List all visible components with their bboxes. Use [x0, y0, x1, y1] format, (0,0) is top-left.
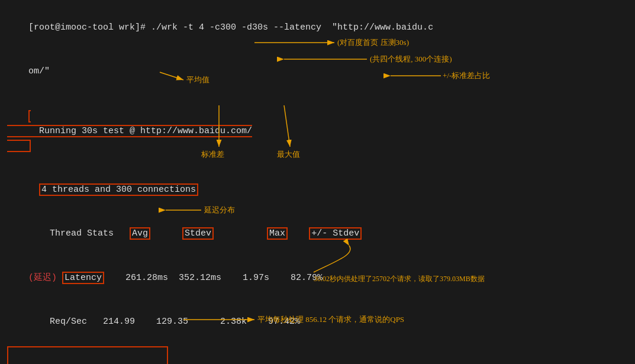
latency-label-box: Latency — [62, 272, 104, 284]
running-highlight: Running 30s test @ http://www.baidu.com/ — [7, 110, 252, 152]
cmd-text2: om/" — [28, 66, 50, 76]
stats-mid2 — [214, 228, 267, 239]
stdev-box: Stdev — [182, 227, 214, 240]
stats-prefix: Thread Stats — [28, 228, 130, 239]
running-text: Running 30s test @ http://www.baidu.com/ — [39, 126, 252, 136]
latency-delay-label: (延迟) — [28, 273, 62, 283]
stats-mid3 — [288, 228, 309, 239]
reqsec-text: Req/Sec 214.99 129.35 2.38k 97.42% — [28, 317, 300, 327]
latency-values: 261.28ms 352.12ms 1.97s 82.79% — [104, 273, 323, 283]
cmd-line2: om/" — [7, 50, 628, 94]
running-line: Running 30s test @ http://www.baidu.com/ — [7, 95, 628, 169]
max-box: Max — [267, 227, 288, 240]
latency-dist-block: Latency Distribution 50% 93.36ms 75% 310… — [7, 346, 168, 364]
latency-row: (延迟) Latency 261.28ms 352.12ms 1.97s 82.… — [7, 256, 628, 300]
threads-highlight: 4 threads and 300 connections — [39, 183, 198, 196]
cmd-line: [root@imooc-tool wrk]# ./wrk -t 4 -c300 … — [7, 6, 628, 50]
avg-box: Avg — [130, 227, 150, 240]
threads-text: 4 threads and 300 connections — [41, 185, 196, 195]
threads-line: 4 threads and 300 connections — [7, 168, 628, 212]
thread-stats-header: Thread Stats Avg Stdev Max +/- Stdev — [7, 212, 628, 256]
reqsec-row: Req/Sec 214.99 129.35 2.38k 97.42% — [7, 300, 628, 344]
stats-mid — [150, 228, 182, 239]
plusminus-box: +/- Stdev — [309, 227, 362, 240]
latency-dist-header: Latency Distribution — [13, 350, 162, 364]
cmd-text: [root@imooc-tool wrk]# ./wrk -t 4 -c300 … — [28, 22, 433, 33]
terminal-window: [root@imooc-tool wrk]# ./wrk -t 4 -c300 … — [0, 0, 635, 364]
threads-prefix — [28, 185, 39, 195]
